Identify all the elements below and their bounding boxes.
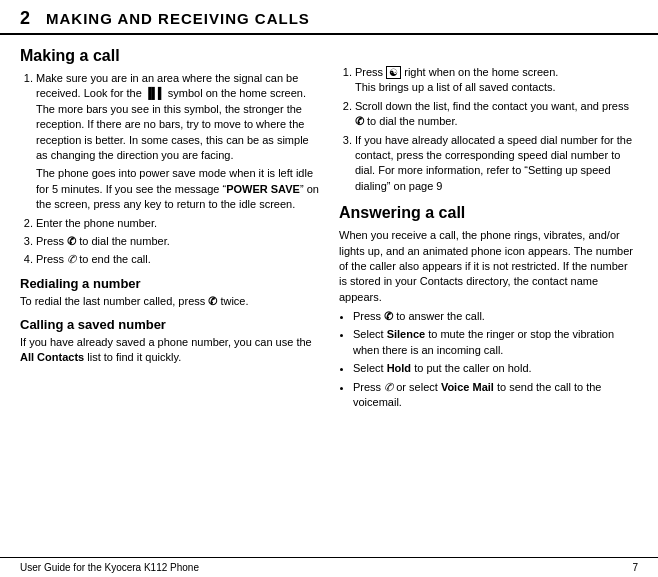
call-icon-step3: ✆ [67, 235, 76, 247]
redialing-title: Redialing a number [20, 276, 319, 291]
redialing-text: To redial the last number called, press … [20, 294, 319, 309]
step4-text1: Press [36, 253, 67, 265]
end-icon-step4: ✆ [67, 253, 76, 265]
right-step2-text1: Scroll down the list, find the contact y… [355, 100, 629, 112]
chapter-header: 2 Making and Receiving Calls [0, 0, 658, 35]
footer-left: User Guide for the Kyocera K112 Phone [20, 562, 199, 573]
redial-call-icon: ✆ [208, 295, 217, 307]
right-step3-text: If you have already allocated a speed di… [355, 134, 632, 192]
footer-right: 7 [632, 562, 638, 573]
step-4: Press ✆ to end the call. [36, 252, 319, 267]
call-icon-answer: ✆ [384, 310, 393, 322]
content-area: Making a call Make sure you are in an ar… [0, 43, 658, 557]
power-save-note: The phone goes into power save mode when… [36, 166, 319, 212]
bullet-hold: Select Hold to put the caller on hold. [353, 361, 638, 376]
page: 2 Making and Receiving Calls Making a ca… [0, 0, 658, 577]
step-2: Enter the phone number. [36, 216, 319, 231]
footer: User Guide for the Kyocera K112 Phone 7 [0, 557, 658, 577]
step-1: Make sure you are in an area where the s… [36, 71, 319, 213]
step3-text1: Press [36, 235, 67, 247]
contacts-icon: ☯ [386, 66, 401, 79]
step3-text2: to dial the number. [76, 235, 170, 247]
right-column: Press ☯ right when on the home screen. T… [339, 43, 638, 557]
bullet-answer: Press ✆ to answer the call. [353, 309, 638, 324]
bullet4-text1: Press [353, 381, 384, 393]
all-contacts-label: All Contacts [20, 351, 84, 363]
right-step1-text1: Press [355, 66, 386, 78]
right-step1-sub: This brings up a list of all saved conta… [355, 80, 638, 95]
right-step1-text2: right when on the home screen. [401, 66, 558, 78]
end-icon-voicemail: ✆ [384, 381, 393, 393]
signal-icon: ▐▌▌ [145, 87, 165, 100]
saved-call-steps: Press ☯ right when on the home screen. T… [339, 65, 638, 194]
call-icon-step2r: ✆ [355, 115, 364, 127]
right-step2-text2: to dial the number. [364, 115, 458, 127]
making-a-call-title: Making a call [20, 47, 319, 65]
answering-bullets: Press ✆ to answer the call. Select Silen… [339, 309, 638, 410]
making-call-steps: Make sure you are in an area where the s… [20, 71, 319, 268]
right-step-3: If you have already allocated a speed di… [355, 133, 638, 195]
bullet-silence: Select Silence to mute the ringer or sto… [353, 327, 638, 358]
right-step-1: Press ☯ right when on the home screen. T… [355, 65, 638, 96]
bullet1-text2: to answer the call. [393, 310, 485, 322]
left-column: Making a call Make sure you are in an ar… [20, 43, 319, 557]
answering-intro: When you receive a call, the phone rings… [339, 228, 638, 305]
hold-label: Hold [387, 362, 411, 374]
bullet2-text1: Select Silence to mute the ringer or sto… [353, 328, 614, 355]
saved-number-text: If you have already saved a phone number… [20, 335, 319, 366]
chapter-number: 2 [20, 8, 30, 29]
chapter-title: Making and Receiving Calls [46, 10, 310, 27]
bullet1-text1: Press [353, 310, 384, 322]
bullet3-text1: Select Hold to put the caller on hold. [353, 362, 532, 374]
saved-number-title: Calling a saved number [20, 317, 319, 332]
silence-label: Silence [387, 328, 426, 340]
right-step-2: Scroll down the list, find the contact y… [355, 99, 638, 130]
step4-text2: to end the call. [76, 253, 151, 265]
voicemail-label: Voice Mail [441, 381, 494, 393]
step-3: Press ✆ to dial the number. [36, 234, 319, 249]
step2-text: Enter the phone number. [36, 217, 157, 229]
bullet-voicemail: Press ✆ or select Voice Mail to send the… [353, 380, 638, 411]
answering-title: Answering a call [339, 204, 638, 222]
